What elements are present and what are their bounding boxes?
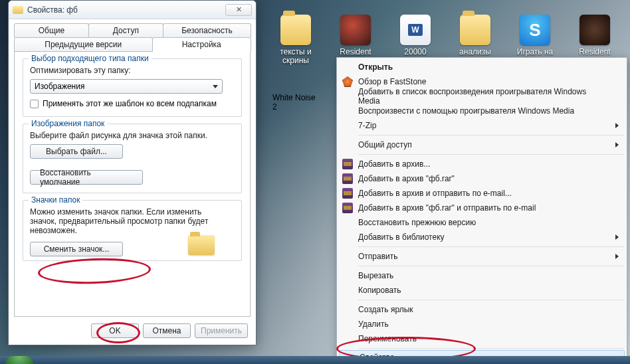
menu-separator: [358, 348, 624, 349]
menu-item-label: Копировать: [358, 286, 401, 295]
rar-icon: [342, 159, 353, 169]
menu-item-label: Удалить: [358, 319, 389, 329]
icon-label: тексты и скрины: [272, 48, 319, 65]
taskbar[interactable]: [0, 356, 630, 364]
menu-item-label: Отправить: [358, 252, 398, 261]
optimize-select[interactable]: Изображения: [30, 79, 223, 94]
menu-item[interactable]: Общий доступ: [338, 137, 625, 152]
group-legend: Значки папок: [29, 195, 82, 205]
change-icon-desc: Можно изменить значок папки. Если измени…: [30, 207, 223, 235]
menu-item-label: Добавить в архив "фб.rar": [358, 174, 455, 183]
menu-item-label: Переименовать: [358, 334, 417, 343]
folder-icon: [13, 6, 23, 14]
menu-item-label: Воспроизвести с помощью проигрывателя Wi…: [358, 106, 574, 116]
menu-separator: [358, 246, 624, 247]
menu-item[interactable]: Создать ярлык: [338, 302, 625, 317]
chevron-right-icon: [615, 123, 619, 128]
start-button[interactable]: [5, 356, 33, 364]
menu-item-label: 7-Zip: [358, 121, 376, 130]
tabs: Общие Доступ Безопасность Предыдущие вер…: [9, 19, 256, 317]
menu-item[interactable]: Копировать: [338, 283, 625, 298]
menu-item-label: Обзор в FastStone: [358, 77, 426, 86]
menu-item[interactable]: Добавить в архив и отправить по e-mail..…: [338, 186, 625, 201]
folder-icon: [280, 15, 311, 45]
s-icon: S: [520, 15, 550, 45]
menu-item[interactable]: Открыть: [338, 60, 625, 74]
game-icon: [579, 15, 610, 45]
checkbox-label: Применять этот же шаблон ко всем подпапк…: [43, 99, 217, 108]
menu-item[interactable]: Переименовать: [338, 331, 625, 346]
menu-item[interactable]: Восстановить прежнюю версию: [338, 215, 625, 230]
desktop-icon-white-noise[interactable]: White Noise 2: [272, 90, 319, 112]
rar-icon: [342, 173, 353, 184]
icon-label: White Noise 2: [272, 93, 319, 112]
menu-item-label: Общий доступ: [358, 140, 412, 149]
menu-separator: [358, 154, 624, 155]
close-button[interactable]: ✕: [225, 4, 252, 16]
tab-access[interactable]: Доступ: [88, 23, 163, 37]
menu-item[interactable]: Удалить: [338, 317, 625, 331]
menu-item[interactable]: Воспроизвести с помощью проигрывателя Wi…: [338, 104, 625, 118]
menu-item[interactable]: Добавить в архив "фб.rar" и отправить по…: [338, 201, 625, 215]
window-title: Свойства: фб: [27, 5, 225, 15]
properties-dialog: Свойства: фб ✕ Общие Доступ Безопасность…: [8, 0, 257, 345]
group-folder-type: Выбор подходящего типа папки Оптимизиров…: [23, 58, 242, 117]
menu-item-label: Создать ярлык: [358, 305, 413, 314]
menu-item[interactable]: Добавить в библиотеку: [338, 230, 625, 244]
apply-button[interactable]: Применить: [195, 323, 248, 338]
group-legend: Изображения папок: [29, 119, 107, 128]
menu-separator: [358, 135, 624, 136]
menu-item-label: Добавить в архив и отправить по e-mail..…: [358, 189, 512, 198]
menu-item[interactable]: 7-Zip: [338, 118, 625, 133]
group-folder-icons: Значки папок Можно изменить значок папки…: [23, 200, 242, 261]
menu-item[interactable]: Отправить: [338, 249, 625, 264]
menu-item[interactable]: Вырезать: [338, 268, 625, 283]
rar-icon: [342, 203, 353, 213]
optimize-label: Оптимизировать эту папку:: [30, 66, 235, 75]
menu-item-label: Добавить в библиотеку: [358, 232, 445, 242]
menu-separator: [358, 266, 624, 266]
choose-file-button[interactable]: Выбрать файл...: [30, 144, 123, 159]
icon-label: анализы: [459, 48, 491, 56]
menu-item[interactable]: Добавить в архив "фб.rar": [338, 171, 625, 186]
word-icon: W: [400, 15, 431, 45]
chevron-down-icon: [213, 85, 218, 88]
menu-separator: [358, 300, 624, 300]
tab-customize[interactable]: Настройка: [152, 37, 252, 52]
menu-item-label: Добавить в архив...: [358, 159, 430, 169]
menu-item-label: Открыть: [358, 62, 393, 72]
tab-previous-versions[interactable]: Предыдущие версии: [14, 37, 153, 52]
select-value: Изображения: [35, 82, 84, 91]
folder-icon: [460, 15, 490, 45]
apply-template-checkbox[interactable]: [30, 100, 39, 108]
menu-item-label: Восстановить прежнюю версию: [358, 218, 476, 227]
context-menu: ОткрытьОбзор в FastStoneДобавить в списо…: [336, 57, 627, 364]
tab-general[interactable]: Общие: [14, 23, 89, 37]
menu-item-label: Вырезать: [358, 271, 393, 280]
menu-item-label: Добавить в архив "фб.rar" и отправить по…: [358, 203, 536, 213]
restore-default-button[interactable]: Восстановить умолчание: [30, 170, 143, 185]
group-legend: Выбор подходящего типа папки: [29, 54, 152, 63]
icon-label: 20000: [404, 48, 426, 56]
menu-item-label: Добавить в список воспроизведения проигр…: [358, 87, 607, 106]
desktop-icon-texts[interactable]: тексты и скрины: [272, 15, 319, 65]
fs-icon: [342, 76, 353, 87]
group-folder-images: Изображения папок Выберите файл рисунка …: [23, 124, 242, 193]
rar-icon: [342, 188, 353, 199]
chevron-right-icon: [615, 234, 619, 240]
menu-item[interactable]: Добавить в архив...: [338, 157, 625, 171]
icon-label: Играть на: [517, 48, 553, 56]
cancel-button[interactable]: Отмена: [143, 323, 191, 338]
game-icon: [340, 15, 371, 45]
chevron-right-icon: [615, 254, 619, 259]
tab-body: Выбор подходящего типа папки Оптимизиров…: [14, 51, 251, 317]
change-icon-button[interactable]: Сменить значок...: [30, 242, 123, 256]
tab-security[interactable]: Безопасность: [163, 23, 251, 37]
chevron-right-icon: [615, 142, 619, 147]
menu-item[interactable]: Добавить в список воспроизведения проигр…: [338, 89, 625, 104]
folder-preview-icon: [188, 235, 215, 255]
dialog-buttons: OK Отмена Применить: [91, 323, 248, 338]
choose-file-label: Выберите файл рисунка для значка этой па…: [30, 131, 235, 140]
titlebar[interactable]: Свойства: фб ✕: [9, 1, 256, 19]
ok-button[interactable]: OK: [91, 323, 139, 338]
